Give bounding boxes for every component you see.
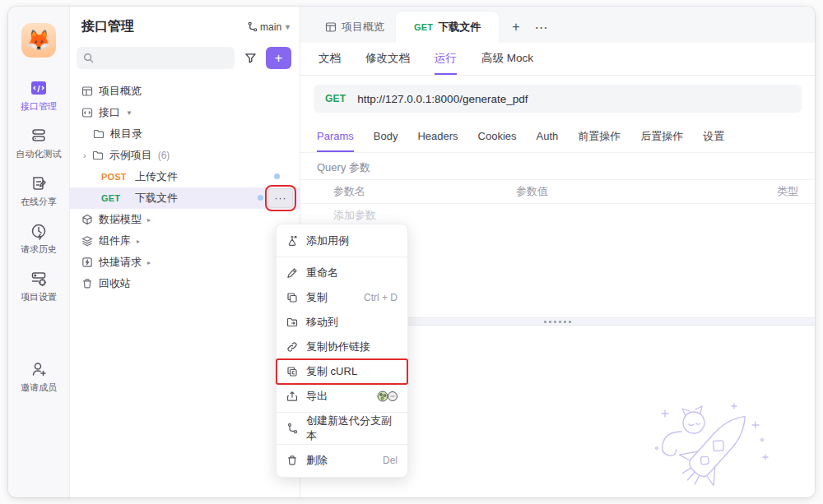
tree-item-data-model[interactable]: 数据模型 ▸ (70, 209, 300, 230)
menu-item-copy-share-link[interactable]: 复制协作链接 (277, 335, 407, 359)
quick-request-icon (81, 257, 93, 268)
tree-item-quick-request[interactable]: 快捷请求 ▸ (70, 252, 300, 273)
trash-icon (286, 455, 298, 466)
rail-label: 接口管理 (21, 100, 57, 113)
overview-icon (81, 86, 93, 97)
rename-icon (286, 267, 298, 279)
tree-item-component-lib[interactable]: 组件库 ▸ (70, 230, 300, 252)
rail-item-online-share[interactable]: 在线分享 (21, 174, 57, 208)
tree-item-root-folder[interactable]: 根目录 (70, 123, 300, 145)
tree-item-upload-file[interactable]: POST 上传文件 (70, 166, 300, 187)
status-dot (258, 195, 263, 201)
menu-item-move-to[interactable]: 移动到 (277, 310, 407, 335)
menu-item-duplicate[interactable]: 复制 Ctrl + D (277, 285, 407, 310)
rail-label: 请求历史 (21, 243, 57, 256)
tab-run[interactable]: 运行 (435, 43, 457, 75)
method-select[interactable]: GET (325, 93, 346, 104)
tab-auth[interactable]: Auth (537, 122, 559, 152)
branch-name: main (260, 21, 281, 33)
folder-icon (93, 128, 105, 140)
overview-icon (325, 21, 337, 33)
tree-item-api-group[interactable]: 接口 ▼ (70, 102, 300, 123)
tab-body[interactable]: Body (374, 122, 398, 152)
filter-button[interactable] (239, 48, 261, 69)
tab-doc[interactable]: 文档 (319, 43, 341, 75)
new-tab-button[interactable]: + (512, 20, 519, 35)
tree-label: 接口 (99, 105, 120, 120)
request-url-bar[interactable]: GET http://127.0.0.1:8000/generate_pdf (314, 85, 802, 113)
tab-project-overview[interactable]: 项目概览 (314, 12, 396, 43)
tab-more-button[interactable]: ⋯ (535, 20, 548, 35)
link-icon (286, 341, 298, 353)
params-table-header: 参数名 参数值 类型 (300, 179, 815, 204)
tab-edit-doc[interactable]: 修改文档 (365, 43, 410, 75)
add-api-button[interactable]: + (266, 47, 291, 69)
automation-test-icon (30, 127, 48, 145)
tab-advanced-mock[interactable]: 高级 Mock (481, 43, 533, 75)
tab-settings[interactable]: 设置 (703, 122, 724, 152)
menu-item-rename[interactable]: 重命名 (277, 261, 407, 285)
tree-item-example-project[interactable]: › 示例项目 (6) (70, 145, 300, 166)
menu-item-delete[interactable]: 删除 Del (277, 448, 407, 473)
branch-icon (286, 423, 298, 434)
item-count: (6) (158, 150, 170, 161)
api-tree-panel: 接口管理 main ▼ + 项目概览 接口 ▼ (70, 7, 300, 497)
component-lib-icon (81, 235, 93, 247)
rail-item-project-settings[interactable]: 项目设置 (21, 270, 57, 303)
menu-divider (277, 444, 407, 445)
rail-item-automation-test[interactable]: 自动化测试 (16, 127, 62, 160)
app-window: 🦊 接口管理 自动化测试 在线分享 请求历史 项目设置 邀请成员 (8, 7, 815, 497)
caret-right-icon: ▸ (137, 238, 140, 245)
shortcut-label: Ctrl + D (364, 292, 398, 303)
branch-selector[interactable]: main ▼ (247, 21, 291, 33)
tab-pre-operations[interactable]: 前置操作 (578, 122, 621, 152)
method-badge-post: POST (101, 172, 129, 182)
menu-item-add-case[interactable]: 添加用例 (277, 229, 407, 253)
menu-item-copy-curl[interactable]: 复制 cURL (277, 359, 407, 384)
menu-divider (277, 412, 407, 413)
tree-label: 快捷请求 (99, 255, 142, 270)
invite-member-icon (30, 360, 48, 378)
caret-right-icon: ▸ (147, 216, 151, 224)
online-share-icon (30, 174, 48, 192)
search-icon (83, 53, 94, 63)
tree-label: 下载文件 (135, 191, 178, 206)
tab-headers[interactable]: Headers (417, 122, 458, 152)
api-group-icon (81, 107, 93, 118)
more-actions-button[interactable]: ··· (268, 188, 293, 208)
request-section-tabs: Params Body Headers Cookies Auth 前置操作 后置… (300, 122, 815, 153)
move-to-folder-icon (286, 317, 298, 328)
tab-download-file[interactable]: GET 下载文件 (396, 12, 499, 43)
status-dot (274, 173, 280, 179)
rail-item-request-history[interactable]: 请求历史 (21, 222, 57, 256)
tab-post-operations[interactable]: 后置操作 (640, 122, 683, 152)
tab-params[interactable]: Params (317, 122, 354, 152)
export-formats-badge (376, 390, 398, 403)
url-input[interactable]: http://127.0.0.1:8000/generate_pdf (357, 93, 528, 105)
menu-item-create-branch-copy[interactable]: 创建新迭代分支副本 (277, 416, 407, 441)
tree-label: 根目录 (110, 127, 142, 141)
search-input[interactable] (77, 47, 235, 69)
tree-label: 数据模型 (99, 212, 142, 227)
tree-item-recycle-bin[interactable]: 回收站 (70, 273, 300, 294)
tree-label: 项目概览 (99, 84, 142, 99)
tab-cookies[interactable]: Cookies (478, 122, 517, 152)
rail-item-api-management[interactable]: 接口管理 (21, 79, 57, 113)
column-param-type: 类型 (777, 184, 798, 199)
project-avatar[interactable]: 🦊 (21, 23, 56, 58)
rail-item-invite-member[interactable]: 邀请成员 (21, 360, 57, 394)
tree-item-project-overview[interactable]: 项目概览 (70, 81, 300, 102)
api-management-icon (29, 79, 49, 97)
context-menu: 添加用例 重命名 复制 Ctrl + D 移动到 复制协作链接 复制 cURL … (276, 224, 408, 478)
tree-label: 组件库 (99, 234, 131, 248)
rail-label: 项目设置 (21, 291, 57, 303)
copy-curl-icon (286, 366, 298, 377)
rail-label: 邀请成员 (21, 381, 57, 394)
tree-item-download-file[interactable]: GET 下载文件 ··· (70, 187, 300, 209)
api-tree: 项目概览 接口 ▼ 根目录 › 示例项目 (6) POST 上传文件 (70, 81, 300, 294)
caret-down-icon: ▼ (126, 109, 133, 117)
left-rail: 🦊 接口管理 自动化测试 在线分享 请求历史 项目设置 邀请成员 (8, 7, 70, 497)
folder-icon (92, 150, 104, 161)
trash-icon (81, 278, 93, 289)
menu-item-export[interactable]: 导出 (277, 384, 407, 409)
